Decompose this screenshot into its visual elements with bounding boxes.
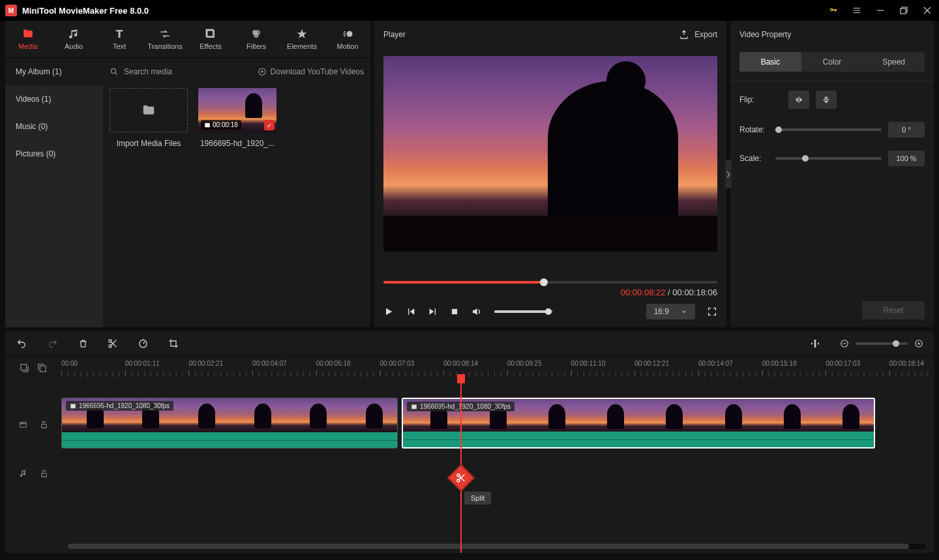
audio-track-lane[interactable] — [61, 451, 934, 495]
effects-icon — [205, 28, 216, 40]
svg-point-13 — [109, 340, 112, 342]
zoom-handle[interactable] — [893, 340, 899, 347]
timeline-scroll-thumb[interactable] — [68, 544, 909, 549]
rotate-slider[interactable] — [775, 128, 882, 131]
tab-motion[interactable]: Motion — [325, 21, 370, 57]
split-tooltip: Split — [464, 492, 491, 505]
prop-tab-basic[interactable]: Basic — [739, 52, 801, 72]
timeline-clip-1[interactable]: 1966695-hd_1920_1080_30fps — [61, 398, 398, 449]
import-label: Import Media Files — [110, 139, 188, 148]
maximize-button[interactable] — [892, 0, 916, 21]
audio-track-icon — [19, 469, 28, 478]
key-icon[interactable] — [822, 0, 845, 21]
export-icon — [679, 29, 689, 40]
svg-point-5 — [254, 33, 259, 38]
album-item-videos[interactable]: Videos (1) — [5, 85, 103, 113]
playhead[interactable]: Split — [460, 374, 462, 553]
ruler-tick: 00:00 — [61, 360, 78, 367]
prop-tab-color[interactable]: Color — [801, 52, 863, 72]
player-label: Player — [383, 30, 679, 39]
redo-button[interactable] — [47, 338, 59, 349]
ruler-tick: 00:00:18:14 — [889, 360, 924, 367]
next-frame-button[interactable] — [428, 306, 438, 317]
rotate-label: Rotate: — [739, 125, 775, 134]
svg-rect-10 — [452, 309, 457, 314]
play-button[interactable] — [383, 306, 394, 317]
search-icon — [110, 67, 119, 76]
svg-rect-23 — [70, 404, 76, 408]
scrub-handle[interactable] — [540, 278, 548, 286]
titlebar: M MiniTool MovieMaker Free 8.0.0 — [0, 0, 939, 21]
volume-icon[interactable] — [471, 306, 483, 317]
delete-button[interactable] — [78, 338, 88, 349]
album-item-music[interactable]: Music (0) — [5, 113, 103, 140]
main-tab-strip: Media Audio Text Transitions — [5, 21, 370, 58]
album-item-myalbum[interactable]: My Album (1) — [5, 58, 103, 85]
aspect-ratio-select[interactable]: 16:9 — [646, 304, 695, 319]
tab-audio[interactable]: Audio — [51, 21, 97, 57]
text-icon — [113, 28, 125, 40]
search-media[interactable]: Search media — [110, 67, 258, 76]
flip-label: Flip: — [739, 95, 775, 104]
rotate-value[interactable]: 0 ° — [888, 122, 925, 138]
volume-slider[interactable] — [494, 310, 553, 313]
scrub-bar[interactable] — [383, 281, 717, 284]
zoom-in-button[interactable] — [914, 339, 923, 348]
tab-media[interactable]: Media — [5, 21, 51, 57]
stop-button[interactable] — [450, 307, 459, 316]
preview-viewport[interactable] — [383, 56, 717, 252]
zoom-slider[interactable] — [856, 342, 908, 345]
album-item-pictures[interactable]: Pictures (0) — [5, 140, 103, 168]
time-ruler[interactable]: 00:0000:00:01:1100:00:02:2100:00:04:0700… — [61, 356, 934, 379]
undo-button[interactable] — [16, 338, 27, 349]
media-clip-card[interactable]: 00:00:18 ✓ 1966695-hd_1920_... — [198, 88, 276, 148]
speed-button[interactable] — [138, 338, 149, 349]
crop-button[interactable] — [168, 338, 179, 349]
tab-transitions[interactable]: Transitions — [142, 21, 188, 57]
motion-icon — [342, 28, 353, 40]
svg-point-26 — [457, 474, 460, 477]
svg-rect-16 — [814, 340, 816, 347]
prop-tab-speed[interactable]: Speed — [863, 52, 925, 72]
svg-rect-20 — [40, 366, 46, 372]
split-button-toolbar[interactable] — [108, 338, 118, 349]
scale-value[interactable]: 100 % — [888, 151, 925, 166]
tab-elements[interactable]: Elements — [279, 21, 325, 57]
export-button[interactable]: Export — [679, 29, 717, 40]
zoom-fit-button[interactable] — [810, 338, 820, 349]
ruler-tick: 00:00:12:21 — [634, 360, 669, 367]
clip-name: 1966695-hd_1920_... — [198, 139, 276, 148]
add-track-button-2[interactable] — [37, 363, 47, 373]
minimize-button[interactable] — [869, 0, 892, 21]
lock-icon[interactable] — [40, 469, 48, 479]
app-logo: M — [5, 5, 17, 16]
hamburger-icon[interactable] — [845, 0, 869, 21]
video-track-lane[interactable]: 1966695-hd_1920_1080_30fps 1966695-hd_19… — [61, 398, 934, 451]
chevron-down-icon — [681, 308, 687, 315]
zoom-out-button[interactable] — [840, 339, 849, 348]
fullscreen-button[interactable] — [707, 306, 717, 317]
timeline-clip-2[interactable]: 1966695-hd_1920_1080_30fps — [402, 398, 875, 449]
tab-text[interactable]: Text — [97, 21, 142, 57]
reset-button[interactable]: Reset — [862, 301, 925, 319]
tab-filters[interactable]: Filters — [233, 21, 279, 57]
import-media-card[interactable]: Import Media Files — [110, 88, 188, 148]
flip-horizontal-button[interactable] — [788, 91, 809, 109]
lock-icon[interactable] — [40, 420, 48, 430]
close-button[interactable] — [916, 0, 939, 21]
svg-point-6 — [347, 31, 353, 37]
download-youtube-link[interactable]: Download YouTube Videos — [258, 67, 364, 76]
collapse-handle[interactable]: ❯ — [725, 160, 732, 188]
search-placeholder: Search media — [124, 67, 172, 76]
scale-slider[interactable] — [775, 157, 882, 160]
timeline-scrollbar[interactable] — [68, 544, 926, 549]
prev-frame-button[interactable] — [406, 306, 416, 317]
ruler-tick: 00:00:02:21 — [188, 360, 223, 367]
tab-effects[interactable]: Effects — [188, 21, 233, 57]
flip-vertical-button[interactable] — [816, 91, 837, 109]
volume-handle[interactable] — [545, 308, 552, 315]
ruler-tick: 00:00:05:18 — [316, 360, 351, 367]
add-track-button[interactable] — [20, 363, 29, 373]
svg-rect-25 — [41, 473, 46, 476]
svg-rect-11 — [798, 96, 799, 102]
